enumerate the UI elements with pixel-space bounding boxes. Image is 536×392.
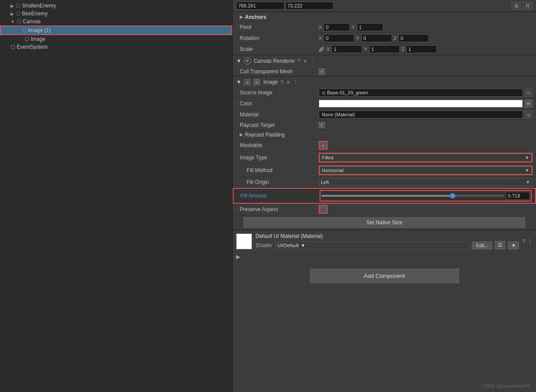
material-picker-icon[interactable]: ⊙ [525,111,532,119]
tree-item-eventsystem[interactable]: ⬡ EventSystem [0,43,232,51]
shader-value: UI/Default [277,243,299,248]
fill-method-row: Fill Method Horizontal ▼ [233,164,536,177]
tree-label: ShallenEnemy [22,3,56,9]
rot-x-label: X [319,36,322,41]
material-dropdown-arrow[interactable]: ▼ [508,241,519,249]
question-icon[interactable]: ? [281,79,283,85]
raycast-padding-label: Raycast Padding [245,132,285,138]
raycast-padding-expand-icon: ▶ [240,132,243,137]
rotation-label: Rotation [240,35,319,41]
preserve-aspect-highlight [319,205,327,214]
add-component-section: Add Component [233,262,536,290]
inspector-panel: 768.291 73.222 ⊞ R ▶ Anchors Pivot X 0 [233,0,536,392]
rotation-value: X 0 Y 0 Z 0 [319,34,532,42]
arrow-icon: ▶ [11,4,14,8]
add-component-button[interactable]: Add Component [310,269,459,283]
set-native-size-button[interactable]: Set Native Size [244,217,525,228]
fill-amount-input[interactable]: 0.719 [506,192,530,200]
scale-label: Scale [240,46,319,52]
image-section-toggle[interactable]: ▼ [236,79,241,85]
scale-z-input[interactable]: 1 [406,45,437,53]
rot-x-input[interactable]: 0 [324,34,354,42]
material-expand-row[interactable]: ▶ [233,252,536,262]
pivot-x-label: X [319,25,322,30]
shader-dropdown-arrow-icon: ▼ [301,243,306,248]
fill-amount-slider[interactable] [321,195,504,197]
color-row: Color ✏ [233,98,536,109]
shader-dropdown[interactable]: UI/Default ▼ [275,241,470,249]
pos-y-value[interactable]: 73.222 [285,2,334,10]
material-info: Default UI Material (Material) Shader UI… [255,233,519,249]
more-icon[interactable]: ⋮ [293,79,298,85]
tree-label: EventSystem [17,44,48,50]
material-value: None (Material) ⊙ [319,111,532,119]
material-more-icon[interactable]: ⋮ [527,238,532,245]
cull-transparent-checkbox[interactable] [319,68,325,75]
source-image-field[interactable]: ⊞ Base-01_29_green [319,89,523,97]
raycast-target-checkbox[interactable] [319,122,325,128]
tree-label: BeeEnemy [22,11,48,17]
material-preview [236,234,252,249]
maskable-checkbox[interactable] [320,142,326,148]
cull-transparent-label: Cull Transparent Mesh [240,68,319,75]
hierarchy-panel: ▶ ⬡ ShallenEnemy ▶ ⬡ BeeEnemy ▼ ⬡ Canvas… [0,0,233,392]
pivot-x-input[interactable]: 0 [324,23,350,31]
more-icon[interactable]: ⋮ [310,58,315,64]
pivot-y-input[interactable]: 1 [357,23,383,31]
dropdown-arrow-icon: ▼ [525,180,530,185]
scale-x-input[interactable]: 1 [331,45,362,53]
maskable-label: Maskable [240,142,319,148]
scale-row: Scale 🔗 X 1 Y 1 Z 1 [233,44,536,55]
tree-item-image[interactable]: ⬡ Image [0,35,232,43]
raycast-padding-row[interactable]: ▶ Raycast Padding [233,130,536,140]
fill-origin-dropdown[interactable]: Left ▼ [319,178,532,186]
slider-thumb [450,193,455,198]
canvas-renderer-title: Canvas Renderer [254,58,295,64]
grid-icon[interactable]: ⊞ [511,2,521,10]
rot-y-input[interactable]: 0 [361,34,392,42]
edit-button[interactable]: Edit... [472,241,492,249]
scale-y-input[interactable]: 1 [369,45,400,53]
set-native-size-row: Set Native Size [233,216,536,230]
preserve-aspect-checkbox[interactable] [320,206,326,212]
settings-icon[interactable]: ≡ [287,79,289,85]
rot-z-input[interactable]: 0 [398,34,429,42]
tree-item-image1[interactable]: ⬡ Image (1) [0,25,232,35]
anchors-row[interactable]: ▶ Anchors [233,12,536,22]
material-text: None (Material) [322,112,355,117]
cube-icon: ⬡ [11,44,15,50]
tree-item-beeenemy[interactable]: ▶ ⬡ BeeEnemy [0,10,232,18]
canvas-renderer-toggle[interactable]: ▼ [236,58,241,64]
cull-transparent-row: Cull Transparent Mesh [233,67,536,76]
scale-z-label: Z [402,47,405,52]
image-type-dropdown[interactable]: Filled ▼ [320,154,532,162]
anchors-expand-icon: ▶ [240,14,243,19]
material-field[interactable]: None (Material) [319,111,523,119]
question-icon[interactable]: ? [298,58,300,64]
tree-item-shallenemy[interactable]: ▶ ⬡ ShallenEnemy [0,2,232,10]
pivot-label: Pivot [240,24,319,30]
color-field[interactable] [319,100,523,108]
pos-x-value[interactable]: 768.291 [236,2,284,10]
rot-z-label: Z [394,36,397,41]
cube-icon: ⬡ [25,36,29,42]
fill-method-value: Horizontal ▼ [319,165,532,175]
image-section-header: ▼ ⊞ Image ? ≡ ⋮ [233,76,536,87]
list-icon[interactable]: ☰ [495,241,505,249]
cube-icon: ⬡ [17,18,21,25]
source-image-picker-icon[interactable]: ⊙ [525,89,532,97]
settings-icon[interactable]: ≡ [304,58,306,64]
tree-item-canvas[interactable]: ▼ ⬡ Canvas [0,18,232,25]
eye-icon[interactable]: 👁 [244,58,251,65]
material-label: Material [240,111,319,118]
link-icon: 🔗 [319,47,324,52]
pivot-value: X 0 Y 1 [319,23,532,31]
scale-y-label: Y [364,47,367,52]
color-picker-icon[interactable]: ✏ [525,100,532,108]
tree-label: Image (1) [28,27,50,33]
image-enabled-checkbox[interactable] [254,79,260,85]
fill-method-dropdown[interactable]: Horizontal ▼ [320,166,532,174]
material-question-icon[interactable]: ? [522,238,525,245]
fill-amount-label: Fill Amount [241,193,320,199]
rect-icon[interactable]: R [523,2,532,10]
